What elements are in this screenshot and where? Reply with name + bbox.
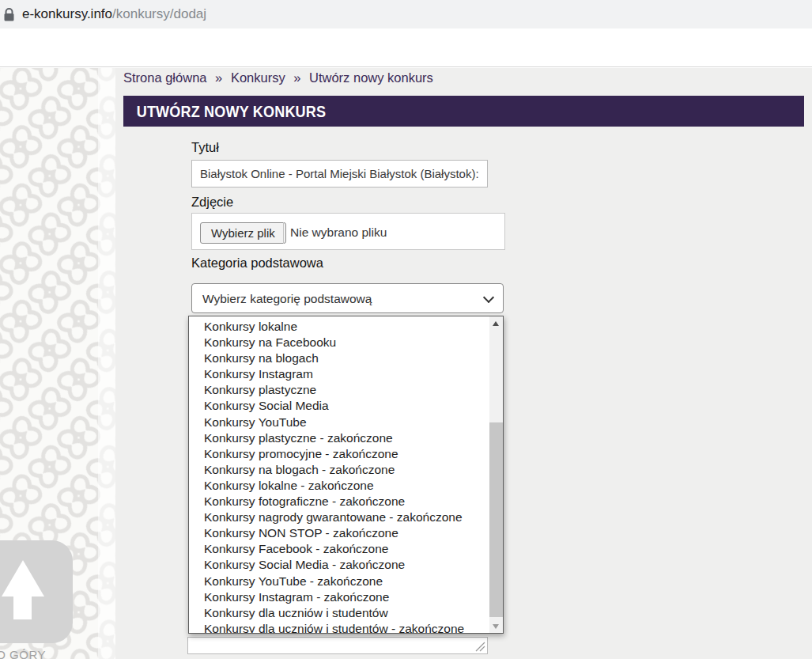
category-option[interactable]: Konkursy YouTube - zakończone: [189, 574, 503, 589]
category-option[interactable]: Konkursy na blogach - zakończone: [189, 462, 503, 478]
category-option[interactable]: Konkursy YouTube: [189, 415, 503, 430]
title-input[interactable]: [191, 160, 488, 187]
list-scrollbar[interactable]: [489, 316, 503, 633]
back-to-top-button[interactable]: [0, 540, 73, 643]
back-to-top-label: DO GÓRY: [0, 648, 65, 659]
category-option[interactable]: Konkursy Social Media - zakończone: [189, 557, 503, 573]
browser-secondary-bar: ox: [0, 28, 812, 67]
category-option[interactable]: Konkursy plastyczne: [189, 382, 503, 398]
scroll-down-icon[interactable]: [489, 619, 503, 633]
page-title: UTWÓRZ NOWY KONKURS: [123, 96, 723, 127]
section-header: UTWÓRZ NOWY KONKURS: [123, 96, 804, 127]
resize-grip-icon[interactable]: [475, 642, 485, 652]
category-option[interactable]: Konkursy Instagram: [189, 366, 503, 382]
pattern-fade-overlay: [98, 68, 115, 659]
choose-file-button[interactable]: Wybierz plik: [200, 222, 286, 244]
page-body: DO GÓRY Strona główna » Konkursy » Utwór…: [0, 68, 812, 659]
file-separator: [283, 222, 284, 244]
breadcrumb-home-link[interactable]: Strona główna: [123, 70, 207, 85]
breadcrumb: Strona główna » Konkursy » Utwórz nowy k…: [123, 70, 433, 85]
url-host: e-konkursy.info: [22, 6, 112, 21]
category-option[interactable]: Konkursy promocyjne - zakończone: [189, 446, 503, 462]
category-option[interactable]: Konkursy nagrody gwarantowane - zakończo…: [189, 509, 503, 525]
arrow-up-icon-stem: [13, 595, 32, 619]
breadcrumb-current: Utwórz nowy konkurs: [309, 70, 433, 85]
address-bar[interactable]: e-konkursy.info/konkursy/dodaj: [0, 0, 812, 28]
description-textarea[interactable]: [187, 637, 488, 654]
category-select[interactable]: Wybierz kategorię podstawową: [191, 283, 504, 313]
category-option[interactable]: Konkursy na Facebooku: [189, 335, 503, 350]
category-option[interactable]: Konkursy Social Media: [189, 398, 503, 414]
breadcrumb-separator: »: [210, 70, 227, 85]
category-field-label: Kategoria podstawowa: [191, 256, 323, 271]
file-status-text: Nie wybrano pliku: [290, 214, 387, 251]
lock-icon[interactable]: [4, 8, 14, 21]
scrollbar-thumb[interactable]: [489, 422, 503, 617]
arrow-up-icon: [2, 560, 44, 597]
url-path: /konkursy/dodaj: [112, 6, 206, 21]
category-option[interactable]: Konkursy plastyczne - zakończone: [189, 430, 503, 446]
category-option[interactable]: Konkursy dla uczniów i studentów: [189, 605, 503, 621]
category-option[interactable]: Konkursy Facebook - zakończone: [189, 541, 503, 557]
category-option[interactable]: Konkursy Instagram - zakończone: [189, 589, 503, 605]
file-input[interactable]: Wybierz plik Nie wybrano pliku: [191, 213, 505, 250]
category-option[interactable]: Konkursy NON STOP - zakończone: [189, 525, 503, 541]
category-select-value: Wybierz kategorię podstawową: [202, 284, 372, 313]
category-option[interactable]: Konkursy dla uczniów i studentów - zakoń…: [189, 621, 503, 634]
category-option[interactable]: Konkursy na blogach: [189, 350, 503, 366]
chevron-down-icon: [483, 292, 494, 303]
category-option[interactable]: Konkursy fotograficzne - zakończone: [189, 494, 503, 509]
category-option-list: Konkursy lokalne Konkursy na Facebooku K…: [188, 316, 504, 634]
scroll-up-icon[interactable]: [489, 316, 503, 330]
title-field-label: Tytuł: [191, 140, 219, 155]
breadcrumb-separator: »: [289, 70, 305, 85]
url-text: e-konkursy.info/konkursy/dodaj: [22, 6, 206, 22]
category-option[interactable]: Konkursy lokalne: [189, 319, 503, 335]
category-option[interactable]: Konkursy lokalne - zakończone: [189, 478, 503, 494]
photo-field-label: Zdjęcie: [191, 195, 233, 210]
breadcrumb-konkursy-link[interactable]: Konkursy: [231, 70, 285, 85]
